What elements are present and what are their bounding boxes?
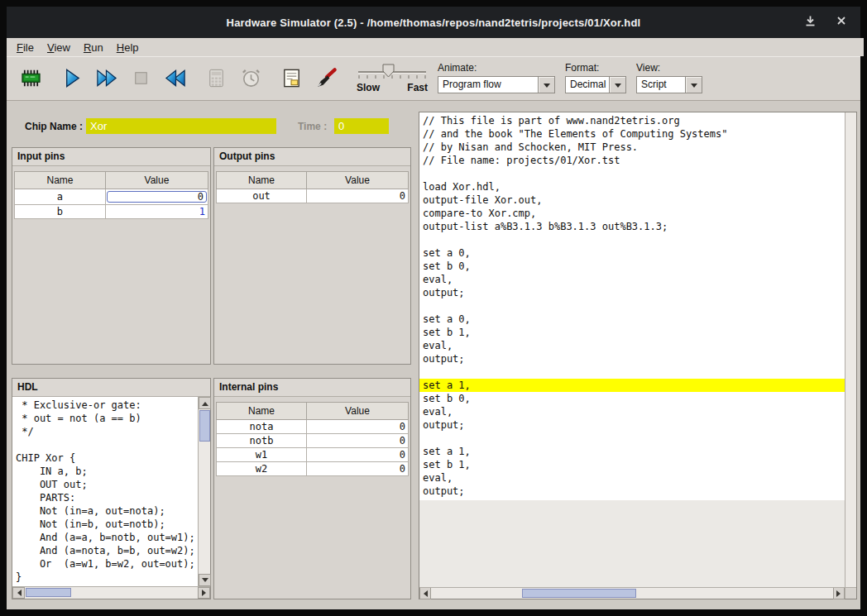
script-line: eval, [419, 405, 845, 418]
calculator-icon [205, 67, 228, 89]
single-step-button[interactable] [54, 61, 89, 96]
view-script-button[interactable] [274, 61, 309, 96]
menu-item[interactable]: View [41, 38, 77, 56]
chevron-down-icon[interactable] [685, 77, 702, 93]
run-button[interactable] [89, 61, 123, 96]
reset-button[interactable] [158, 61, 193, 96]
triangle-right-icon [836, 590, 844, 597]
calculator-button[interactable] [199, 61, 233, 96]
format-label: Format: [565, 62, 626, 74]
triangle-left-icon [420, 590, 428, 597]
close-icon [836, 15, 847, 30]
pin-value-cell: 0 [307, 462, 409, 476]
pin-name: notb [217, 434, 307, 448]
menu-item[interactable]: Run [77, 38, 110, 56]
scroll-up-button[interactable] [199, 397, 211, 409]
output-pins-table: Name Value out 0 [216, 171, 409, 203]
output-pins-value-header: Value [307, 172, 409, 189]
hdl-title: HDL [12, 379, 210, 397]
window-controls [802, 7, 849, 38]
internal-pins-table: Name Value nota 0 notb 0 [216, 402, 409, 476]
input-pins-panel: Input pins Name Value a 0 [12, 147, 211, 365]
animate-select[interactable]: Program flow [438, 76, 555, 93]
script-line: output; [419, 485, 845, 498]
time-field: 0 [334, 118, 389, 134]
chip-icon [20, 67, 42, 89]
script-line: set a 1, [419, 445, 845, 458]
time-label: Time : [298, 121, 327, 132]
speed-slider[interactable]: Slow Fast [357, 63, 428, 93]
view-selected-value: Script [637, 77, 685, 93]
script-horizontal-scrollbar[interactable] [419, 587, 845, 599]
brush-icon [315, 67, 338, 89]
script-vertical-scrollbar[interactable] [845, 112, 856, 587]
scroll-left-button[interactable] [419, 588, 431, 599]
internal-pin-row: notb 0 [217, 434, 409, 448]
script-line: output; [419, 286, 845, 299]
chip-name-field[interactable]: Xor [86, 118, 276, 134]
slider-track[interactable] [357, 63, 428, 84]
script-line: output-list a%B3.1.3 b%B3.1.3 out%B3.1.3… [419, 220, 845, 233]
stop-button[interactable] [123, 61, 158, 96]
triangle-down-icon [202, 578, 208, 585]
script-line: set a 0, [419, 246, 845, 260]
output-pins-name-header: Name [217, 172, 307, 189]
clock-button[interactable] [233, 61, 268, 96]
close-button[interactable] [834, 15, 849, 30]
menu-item[interactable]: File [10, 38, 41, 56]
menu-item[interactable]: Help [110, 38, 146, 56]
output-pins-panel: Output pins Name Value out 0 [213, 147, 411, 365]
scroll-down-button[interactable] [199, 574, 211, 586]
scrollbar-corner [845, 587, 856, 599]
input-pins-title: Input pins [12, 148, 210, 166]
vertical-scroll-thumb[interactable] [199, 410, 210, 442]
script-line [419, 299, 845, 313]
scroll-right-button[interactable] [198, 587, 210, 599]
main-area: Chip Name : Xor Time : 0 Input pins Name… [7, 101, 860, 609]
script-line [419, 233, 845, 246]
titlebar[interactable]: Hardware Simulator (2.5) - /home/thomas/… [7, 7, 860, 38]
hdl-panel: HDL * Exclusive-or gate: * out = not (a … [12, 378, 211, 599]
toolbar: Slow Fast Animate: Program flow Format: … [7, 56, 860, 101]
format-select[interactable]: Decimal [565, 76, 626, 93]
script-panel: // This file is part of www.nand2tetris.… [419, 112, 857, 599]
script-line: set a 1, [419, 379, 845, 392]
chip-name-label: Chip Name : [25, 121, 83, 132]
horizontal-scroll-thumb[interactable] [26, 588, 71, 597]
slider-fast-label: Fast [407, 82, 428, 93]
pin-name: a [15, 189, 106, 205]
hdl-horizontal-scrollbar[interactable] [12, 586, 210, 599]
load-chip-button[interactable] [13, 61, 48, 96]
script-icon [280, 67, 303, 89]
minimize-button[interactable] [802, 15, 817, 30]
menubar: File View Run Help [7, 38, 864, 56]
step-arrow-icon [60, 67, 83, 89]
script-line: eval, [419, 273, 845, 286]
view-label: View: [636, 62, 702, 74]
pin-value-cell: 0 [307, 189, 409, 203]
output-pins-title: Output pins [214, 148, 410, 166]
internal-pins-panel: Internal pins Name Value nota 0 [213, 378, 411, 599]
pin-value-cell: 0 [307, 434, 409, 448]
pin-name: w2 [217, 462, 307, 476]
script-line: output; [419, 352, 845, 365]
input-pin-row: a 0 [15, 189, 208, 205]
script-line: output; [419, 418, 845, 432]
pin-value-cell[interactable]: 1 [105, 205, 208, 219]
view-select[interactable]: Script [636, 76, 702, 93]
chevron-down-icon[interactable] [609, 77, 625, 93]
script-line: eval, [419, 471, 845, 485]
minimize-icon [804, 15, 817, 31]
script-line: // by Nisan and Schocken, MIT Press. [419, 141, 845, 154]
hdl-vertical-scrollbar[interactable] [198, 397, 210, 586]
breakpoints-button[interactable] [309, 61, 343, 96]
input-pins-value-header: Value [105, 172, 208, 189]
horizontal-scroll-thumb[interactable] [522, 589, 636, 598]
view-group: View: Script [636, 56, 702, 93]
rewind-icon [165, 67, 187, 89]
pin-value-cell[interactable]: 0 [105, 189, 208, 205]
chevron-down-icon[interactable] [538, 77, 554, 93]
scroll-right-button[interactable] [833, 588, 845, 599]
scroll-left-button[interactable] [12, 587, 25, 599]
pin-value-cell: 0 [307, 448, 409, 462]
